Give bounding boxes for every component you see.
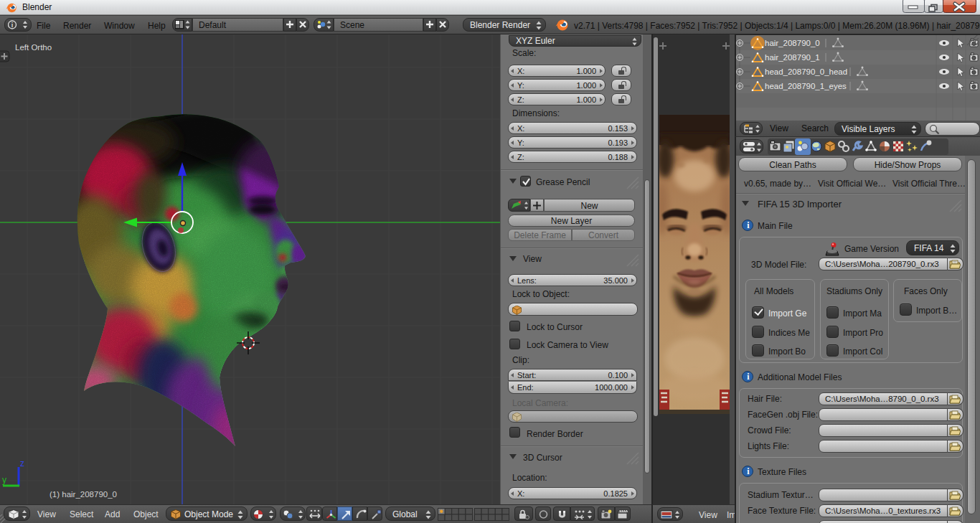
- svg-text:i: i: [11, 22, 14, 29]
- svg-text:z: z: [20, 458, 24, 468]
- svg-text:y: y: [2, 475, 6, 485]
- svg-text:Left Ortho: Left Ortho: [15, 43, 52, 52]
- svg-text:(1) hair_208790_0: (1) hair_208790_0: [50, 490, 117, 499]
